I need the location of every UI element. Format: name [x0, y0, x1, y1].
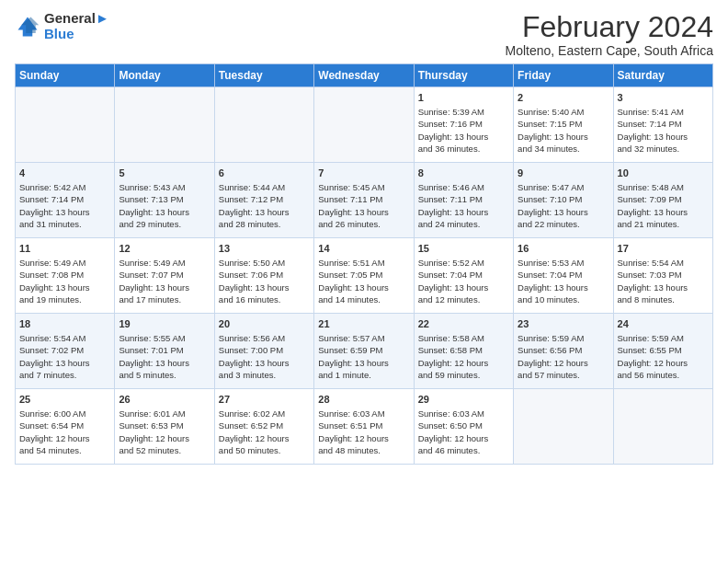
calendar-cell-w4-d1: 18Sunrise: 5:54 AM Sunset: 7:02 PM Dayli…: [16, 314, 115, 389]
day-number: 22: [418, 317, 509, 331]
calendar-cell-w2-d6: 9Sunrise: 5:47 AM Sunset: 7:10 PM Daylig…: [514, 163, 613, 238]
header-sunday: Sunday: [16, 64, 115, 87]
day-info: Sunrise: 5:49 AM Sunset: 7:07 PM Dayligh…: [119, 257, 210, 305]
calendar-cell-w3-d1: 11Sunrise: 5:49 AM Sunset: 7:08 PM Dayli…: [16, 238, 115, 314]
day-number: 23: [518, 317, 609, 331]
day-info: Sunrise: 5:55 AM Sunset: 7:01 PM Dayligh…: [119, 332, 210, 381]
day-number: 25: [19, 393, 110, 407]
title-block: February 2024 Molteno, Eastern Cape, Sou…: [506, 11, 713, 58]
day-info: Sunrise: 6:01 AM Sunset: 6:53 PM Dayligh…: [119, 408, 210, 456]
day-info: Sunrise: 5:53 AM Sunset: 7:04 PM Dayligh…: [518, 257, 609, 305]
day-info: Sunrise: 6:03 AM Sunset: 6:51 PM Dayligh…: [318, 408, 409, 456]
day-number: 3: [618, 91, 709, 105]
calendar-cell-w5-d4: 28Sunrise: 6:03 AM Sunset: 6:51 PM Dayli…: [314, 389, 414, 465]
day-info: Sunrise: 5:40 AM Sunset: 7:15 PM Dayligh…: [518, 106, 609, 155]
calendar-cell-w5-d6: [514, 389, 613, 465]
calendar-cell-w4-d4: 21Sunrise: 5:57 AM Sunset: 6:59 PM Dayli…: [314, 314, 414, 389]
calendar-cell-w5-d3: 27Sunrise: 6:02 AM Sunset: 6:52 PM Dayli…: [214, 389, 313, 465]
day-number: 1: [418, 91, 509, 105]
logo-text: General► Blue: [44, 11, 109, 41]
day-info: Sunrise: 5:58 AM Sunset: 6:58 PM Dayligh…: [418, 332, 509, 381]
calendar-cell-w4-d7: 24Sunrise: 5:59 AM Sunset: 6:55 PM Dayli…: [613, 314, 712, 389]
day-number: 16: [518, 242, 609, 256]
day-number: 7: [318, 167, 409, 180]
day-number: 11: [19, 242, 110, 256]
calendar-cell-w3-d4: 14Sunrise: 5:51 AM Sunset: 7:05 PM Dayli…: [314, 238, 414, 314]
day-info: Sunrise: 5:47 AM Sunset: 7:10 PM Dayligh…: [518, 181, 609, 230]
day-number: 2: [518, 91, 609, 105]
calendar-cell-w5-d5: 29Sunrise: 6:03 AM Sunset: 6:50 PM Dayli…: [414, 389, 513, 465]
calendar-cell-w3-d7: 17Sunrise: 5:54 AM Sunset: 7:03 PM Dayli…: [613, 238, 712, 314]
day-info: Sunrise: 5:49 AM Sunset: 7:08 PM Dayligh…: [19, 257, 110, 305]
day-number: 14: [318, 242, 409, 256]
header: General► Blue February 2024 Molteno, Eas…: [15, 11, 713, 58]
day-info: Sunrise: 6:02 AM Sunset: 6:52 PM Dayligh…: [219, 408, 310, 456]
day-info: Sunrise: 5:43 AM Sunset: 7:13 PM Dayligh…: [119, 181, 210, 230]
day-number: 27: [219, 393, 310, 407]
calendar-cell-w3-d3: 13Sunrise: 5:50 AM Sunset: 7:06 PM Dayli…: [214, 238, 313, 314]
day-info: Sunrise: 5:59 AM Sunset: 6:55 PM Dayligh…: [618, 332, 709, 381]
day-info: Sunrise: 5:39 AM Sunset: 7:16 PM Dayligh…: [418, 106, 509, 155]
day-number: 19: [119, 317, 210, 331]
header-saturday: Saturday: [613, 64, 712, 87]
calendar-cell-w2-d2: 5Sunrise: 5:43 AM Sunset: 7:13 PM Daylig…: [115, 163, 214, 238]
day-number: 29: [418, 393, 509, 407]
header-monday: Monday: [115, 64, 214, 87]
calendar-week-3: 11Sunrise: 5:49 AM Sunset: 7:08 PM Dayli…: [16, 238, 713, 314]
logo: General► Blue: [15, 11, 109, 41]
calendar-cell-w5-d2: 26Sunrise: 6:01 AM Sunset: 6:53 PM Dayli…: [115, 389, 214, 465]
calendar-cell-w1-d4: [314, 87, 414, 163]
day-info: Sunrise: 5:50 AM Sunset: 7:06 PM Dayligh…: [219, 257, 310, 305]
day-number: 15: [418, 242, 509, 256]
calendar-week-4: 18Sunrise: 5:54 AM Sunset: 7:02 PM Dayli…: [16, 314, 713, 389]
day-number: 9: [518, 167, 609, 180]
header-friday: Friday: [514, 64, 613, 87]
logo-icon: [15, 14, 40, 40]
calendar-cell-w2-d1: 4Sunrise: 5:42 AM Sunset: 7:14 PM Daylig…: [16, 163, 115, 238]
calendar-cell-w3-d2: 12Sunrise: 5:49 AM Sunset: 7:07 PM Dayli…: [115, 238, 214, 314]
page: General► Blue February 2024 Molteno, Eas…: [0, 0, 728, 472]
weekday-header-row: Sunday Monday Tuesday Wednesday Thursday…: [16, 64, 713, 87]
calendar-cell-w4-d6: 23Sunrise: 5:59 AM Sunset: 6:56 PM Dayli…: [514, 314, 613, 389]
day-info: Sunrise: 5:41 AM Sunset: 7:14 PM Dayligh…: [618, 106, 709, 155]
calendar-cell-w3-d6: 16Sunrise: 5:53 AM Sunset: 7:04 PM Dayli…: [514, 238, 613, 314]
day-info: Sunrise: 5:54 AM Sunset: 7:02 PM Dayligh…: [19, 332, 110, 381]
day-number: 8: [418, 167, 509, 180]
day-number: 28: [318, 393, 409, 407]
day-info: Sunrise: 5:56 AM Sunset: 7:00 PM Dayligh…: [219, 332, 310, 381]
month-title: February 2024: [506, 11, 713, 43]
day-info: Sunrise: 5:44 AM Sunset: 7:12 PM Dayligh…: [219, 181, 310, 230]
calendar-cell-w3-d5: 15Sunrise: 5:52 AM Sunset: 7:04 PM Dayli…: [414, 238, 513, 314]
day-number: 4: [19, 167, 110, 180]
day-number: 24: [618, 317, 709, 331]
day-info: Sunrise: 5:57 AM Sunset: 6:59 PM Dayligh…: [318, 332, 409, 381]
day-number: 12: [119, 242, 210, 256]
day-info: Sunrise: 5:51 AM Sunset: 7:05 PM Dayligh…: [318, 257, 409, 305]
calendar-cell-w1-d6: 2Sunrise: 5:40 AM Sunset: 7:15 PM Daylig…: [514, 87, 613, 163]
day-info: Sunrise: 5:52 AM Sunset: 7:04 PM Dayligh…: [418, 257, 509, 305]
calendar-cell-w2-d7: 10Sunrise: 5:48 AM Sunset: 7:09 PM Dayli…: [613, 163, 712, 238]
day-number: 17: [618, 242, 709, 256]
day-info: Sunrise: 5:48 AM Sunset: 7:09 PM Dayligh…: [618, 181, 709, 230]
day-info: Sunrise: 5:46 AM Sunset: 7:11 PM Dayligh…: [418, 181, 509, 230]
calendar-cell-w1-d7: 3Sunrise: 5:41 AM Sunset: 7:14 PM Daylig…: [613, 87, 712, 163]
day-number: 5: [119, 167, 210, 180]
calendar-cell-w2-d3: 6Sunrise: 5:44 AM Sunset: 7:12 PM Daylig…: [214, 163, 313, 238]
calendar-week-2: 4Sunrise: 5:42 AM Sunset: 7:14 PM Daylig…: [16, 163, 713, 238]
day-number: 13: [219, 242, 310, 256]
calendar-cell-w1-d5: 1Sunrise: 5:39 AM Sunset: 7:16 PM Daylig…: [414, 87, 513, 163]
calendar-cell-w4-d3: 20Sunrise: 5:56 AM Sunset: 7:00 PM Dayli…: [214, 314, 313, 389]
header-wednesday: Wednesday: [314, 64, 414, 87]
calendar-week-1: 1Sunrise: 5:39 AM Sunset: 7:16 PM Daylig…: [16, 87, 713, 163]
day-info: Sunrise: 6:00 AM Sunset: 6:54 PM Dayligh…: [19, 408, 110, 456]
calendar-cell-w1-d1: [16, 87, 115, 163]
day-number: 10: [618, 167, 709, 180]
header-thursday: Thursday: [414, 64, 513, 87]
calendar-cell-w2-d4: 7Sunrise: 5:45 AM Sunset: 7:11 PM Daylig…: [314, 163, 414, 238]
day-number: 21: [318, 317, 409, 331]
day-info: Sunrise: 5:42 AM Sunset: 7:14 PM Dayligh…: [19, 181, 110, 230]
calendar-cell-w1-d2: [115, 87, 214, 163]
location-subtitle: Molteno, Eastern Cape, South Africa: [506, 43, 713, 58]
day-number: 18: [19, 317, 110, 331]
day-info: Sunrise: 5:54 AM Sunset: 7:03 PM Dayligh…: [618, 257, 709, 305]
